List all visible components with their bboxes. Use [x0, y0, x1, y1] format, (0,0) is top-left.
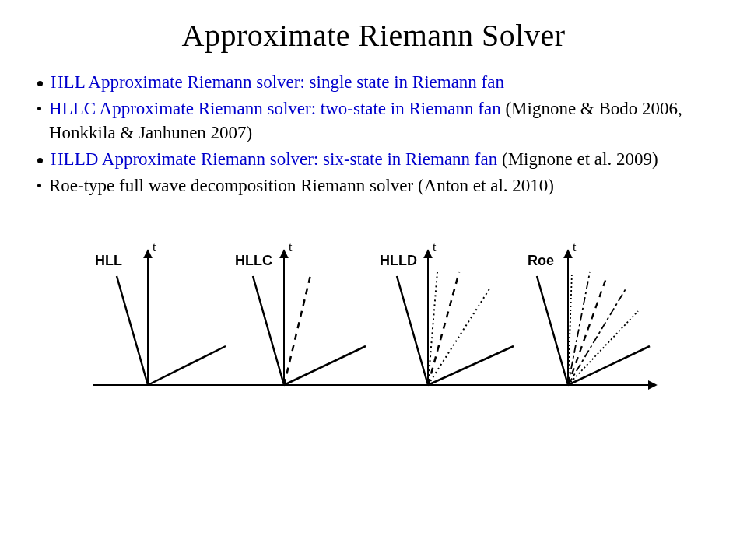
svg-line-6 — [284, 272, 311, 385]
svg-line-9 — [397, 276, 428, 385]
bullet-text-tail: (Mignone et al. 2009) — [502, 149, 658, 169]
panel-label: HLL — [95, 253, 122, 268]
bullet-roe: Roe-type full wave decomposition Riemann… — [37, 174, 710, 198]
panel-label: HLLC — [235, 253, 272, 268]
panel-hllc: t HLLC — [235, 240, 366, 385]
bullet-text: HLLD Approximate Riemann solver: six-sta… — [51, 148, 658, 171]
svg-line-3 — [148, 346, 226, 385]
axis-label-t: t — [433, 240, 437, 254]
bullet-hlld: HLLD Approximate Riemann solver: six-sta… — [37, 148, 710, 171]
bullet-text: Roe-type full wave decomposition Riemann… — [49, 174, 554, 198]
axis-label-t: t — [289, 240, 293, 254]
bullet-hllc: HLLC Approximate Riemann solver: two-sta… — [37, 97, 710, 145]
bullet-text: HLL Approximate Riemann solver: single s… — [51, 71, 504, 94]
bullet-text-blue: HLLD Approximate Riemann solver: six-sta… — [51, 149, 502, 169]
panel-hll: t HLL — [95, 240, 226, 385]
panel-hlld: t HLLD — [380, 240, 514, 385]
svg-line-13 — [428, 346, 514, 385]
bullet-dot-icon — [37, 107, 41, 110]
svg-line-2 — [117, 276, 148, 385]
bullet-text-blue: HLL Approximate Riemann solver: single s… — [51, 72, 504, 92]
svg-line-5 — [253, 276, 284, 385]
axis-label-t: t — [153, 240, 156, 254]
svg-line-7 — [284, 346, 366, 385]
bullet-hll: HLL Approximate Riemann solver: single s… — [37, 71, 710, 94]
riemann-fan-figure: t HLL t HLLC t HLLD t — [86, 229, 661, 416]
svg-line-15 — [537, 276, 568, 385]
bullet-dot-icon — [37, 158, 43, 163]
bullet-text-blue: HLLC Approximate Riemann solver: two-sta… — [49, 99, 505, 118]
bullet-dot-icon — [37, 81, 43, 86]
bullet-dot-icon — [37, 184, 41, 187]
panel-label: HLLD — [380, 253, 417, 268]
axis-label-t: t — [573, 240, 577, 254]
bullet-text-tail: Roe-type full wave decomposition Riemann… — [49, 176, 554, 195]
slide-title: Approximate Riemann Solver — [37, 17, 710, 54]
svg-line-20 — [568, 311, 638, 385]
bullet-list: HLL Approximate Riemann solver: single s… — [37, 71, 710, 198]
panel-roe: t Roe — [528, 240, 650, 385]
bullet-text: HLLC Approximate Riemann solver: two-sta… — [49, 97, 710, 145]
panel-label: Roe — [528, 253, 554, 268]
